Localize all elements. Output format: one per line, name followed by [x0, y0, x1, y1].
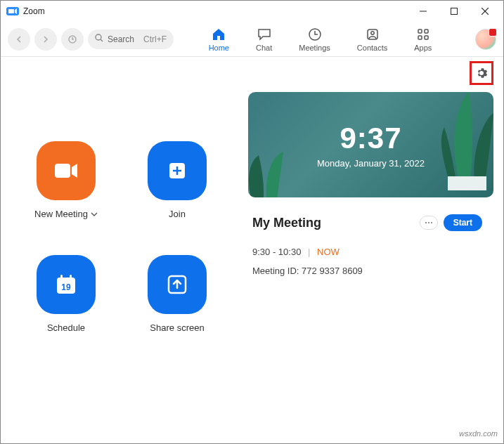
back-button[interactable]: [8, 28, 30, 51]
action-share-screen: Share screen: [124, 255, 230, 360]
join-button[interactable]: [148, 141, 207, 200]
clock-card: 9:37 Monday, January 31, 2022: [248, 92, 493, 197]
tab-contacts-label: Contacts: [357, 44, 387, 52]
tab-apps[interactable]: Apps: [414, 27, 432, 52]
meeting-time: 9:30 - 10:30 | NOW: [252, 247, 482, 257]
join-label: Join: [169, 209, 186, 219]
search-shortcut: Ctrl+F: [143, 34, 167, 44]
clock-icon: [307, 27, 323, 42]
tab-meetings[interactable]: Meetings: [299, 27, 330, 52]
svg-rect-14: [425, 36, 428, 39]
meeting-title: My Meeting: [252, 216, 414, 230]
svg-line-7: [101, 39, 103, 41]
calendar-day: 19: [61, 282, 71, 292]
svg-rect-21: [70, 275, 72, 280]
tab-chat[interactable]: Chat: [256, 27, 272, 52]
svg-rect-20: [60, 275, 63, 280]
minimize-button[interactable]: [408, 1, 439, 21]
clock-time: 9:37: [340, 122, 401, 155]
svg-rect-11: [418, 30, 422, 33]
action-new-meeting: New Meeting: [13, 141, 119, 247]
forward-button[interactable]: [34, 28, 57, 51]
tab-chat-label: Chat: [256, 44, 272, 52]
meeting-id: Meeting ID: 772 9337 8609: [252, 266, 482, 276]
history-button[interactable]: [61, 28, 84, 51]
tab-contacts[interactable]: Contacts: [357, 27, 387, 52]
svg-rect-24: [448, 176, 486, 190]
avatar[interactable]: [475, 29, 496, 50]
action-grid: New Meeting Join 19 Schedule: [13, 141, 230, 424]
search-label: Search: [108, 34, 134, 44]
tab-apps-label: Apps: [414, 44, 432, 52]
now-label: NOW: [317, 247, 340, 257]
maximize-button[interactable]: [439, 1, 470, 21]
start-button[interactable]: Start: [444, 214, 482, 231]
gear-icon: [475, 67, 488, 79]
tab-home[interactable]: Home: [209, 27, 229, 52]
apps-icon: [415, 27, 431, 42]
search-icon: [95, 34, 103, 44]
main-content: New Meeting Join 19 Schedule: [1, 57, 503, 424]
meeting-header: My Meeting ⋯ Start: [252, 214, 482, 231]
share-screen-button[interactable]: [148, 255, 207, 314]
credit-text: wsxdn.com: [459, 429, 498, 438]
calendar-icon: 19: [53, 272, 79, 297]
schedule-button[interactable]: 19: [37, 255, 96, 314]
video-icon: [52, 160, 80, 181]
svg-rect-15: [55, 164, 70, 178]
window-title: Zoom: [23, 6, 45, 16]
chat-icon: [257, 27, 272, 42]
zoom-app-icon: [6, 7, 19, 15]
home-icon: [211, 27, 226, 42]
new-meeting-label[interactable]: New Meeting: [34, 209, 98, 219]
tab-home-label: Home: [209, 44, 229, 52]
settings-button[interactable]: [474, 65, 489, 81]
right-panel: 9:37 Monday, January 31, 2022 My Meeting…: [248, 92, 493, 424]
nav-tabs: Home Chat Meetings Contacts Apps: [178, 27, 463, 52]
svg-rect-12: [425, 30, 428, 33]
close-button[interactable]: [470, 1, 500, 21]
share-screen-label: Share screen: [150, 322, 204, 333]
svg-point-6: [96, 34, 101, 40]
action-join: Join: [124, 141, 230, 247]
arrow-up-icon: [165, 273, 189, 296]
search-input[interactable]: Search Ctrl+F: [88, 30, 174, 49]
schedule-label: Schedule: [47, 322, 85, 333]
svg-point-10: [370, 31, 373, 34]
meeting-more-button[interactable]: ⋯: [420, 216, 438, 230]
svg-rect-0: [8, 9, 14, 13]
tab-meetings-label: Meetings: [299, 44, 330, 52]
contacts-icon: [365, 27, 380, 42]
plus-icon: [166, 159, 188, 182]
clock-date: Monday, January 31, 2022: [317, 158, 425, 169]
plant-decoration-icon: [248, 127, 325, 197]
plant-decoration-icon: [420, 92, 493, 190]
svg-rect-2: [451, 8, 458, 14]
svg-rect-13: [418, 36, 422, 39]
ellipsis-icon: ⋯: [425, 218, 433, 228]
separator: |: [308, 247, 310, 257]
meeting-time-range: 9:30 - 10:30: [252, 247, 301, 257]
titlebar: Zoom: [1, 1, 503, 22]
action-schedule: 19 Schedule: [13, 255, 119, 360]
new-meeting-button[interactable]: [37, 141, 96, 200]
settings-highlight: [470, 61, 493, 85]
chevron-down-icon: [91, 211, 98, 217]
meeting-card: My Meeting ⋯ Start 9:30 - 10:30 | NOW Me…: [248, 207, 493, 276]
toolbar: Search Ctrl+F Home Chat Meetings Contact…: [1, 22, 503, 57]
